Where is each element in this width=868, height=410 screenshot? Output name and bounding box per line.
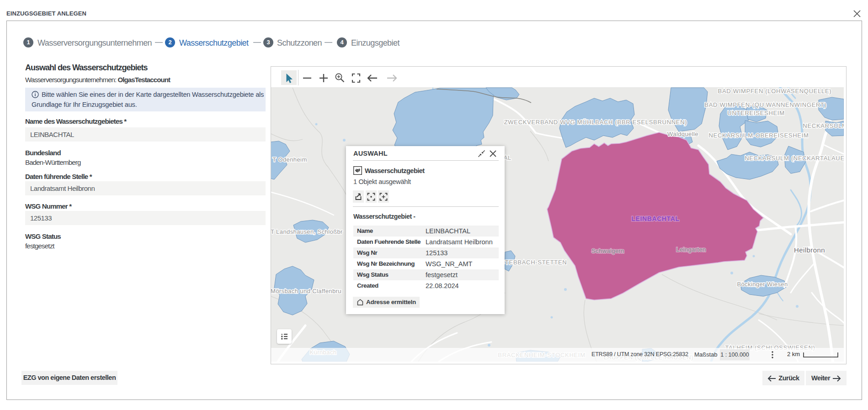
svg-text:T Landshausen, Schloßbr: T Landshausen, Schloßbr bbox=[271, 228, 343, 235]
svg-text:NECKARSULM (NECKARTALAUE): NECKARSULM (NECKARTALAUE) bbox=[745, 155, 844, 162]
svg-text:Waldquelle: Waldquelle bbox=[667, 131, 698, 137]
svg-text:T Odenheim: T Odenheim bbox=[272, 156, 307, 163]
svg-text:STEBBACH-STETTEN: STEBBACH-STETTEN bbox=[501, 259, 567, 266]
svg-text:BAD WIMPFEN-(QU WANNENWINGERT): BAD WIMPFEN-(QU WANNENWINGERT) bbox=[704, 101, 826, 108]
svg-text:NECKARSULM-OBEREISESHEIM: NECKARSULM-OBEREISESHEIM bbox=[708, 132, 809, 139]
svg-text:Heilbronn: Heilbronn bbox=[794, 246, 825, 254]
svg-text:Böckinger Wiesen: Böckinger Wiesen bbox=[737, 281, 788, 288]
svg-text:UNTEREISESHEIM: UNTEREISESHEIM bbox=[727, 110, 784, 116]
svg-text:BAD WIMPFEN (LOHWASENQUELLE): BAD WIMPFEN (LOHWASENQUELLE) bbox=[718, 88, 832, 95]
svg-text:Leingarten: Leingarten bbox=[676, 246, 706, 253]
svg-text:ZWECKVERBAND WVG MÜHLBACH (BBR: ZWECKVERBAND WVG MÜHLBACH (BBR ESELSBRUN… bbox=[504, 119, 687, 126]
svg-text:LEINBACHTAL: LEINBACHTAL bbox=[631, 215, 679, 222]
svg-text:NECKARSULM: NECKARSULM bbox=[803, 122, 844, 129]
svg-text:Schwaigern: Schwaigern bbox=[591, 247, 624, 254]
svg-text:Mörsbach und Claffenbru: Mörsbach und Claffenbru bbox=[271, 288, 341, 294]
